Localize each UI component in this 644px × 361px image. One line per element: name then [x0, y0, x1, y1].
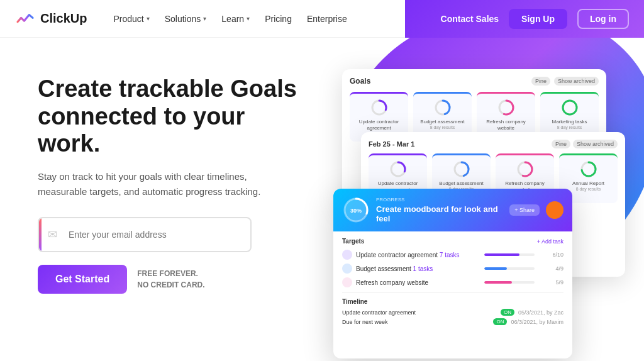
date-header: Feb 25 - Mar 1 Pine Show archived [369, 140, 618, 148]
hero-title: Create trackable Goals connected to your… [38, 75, 302, 158]
logo-icon [15, 9, 35, 29]
timeline-label: Timeline [342, 298, 564, 305]
target-val-3: 5/9 [538, 279, 564, 286]
mid-goal-circle-1 [389, 160, 407, 178]
goal-progress-circle-1 [370, 99, 388, 116]
mid-badges: Pine Show archived [552, 140, 618, 148]
svg-point-7 [563, 101, 577, 114]
mid-goal-label-4: Annual Report [564, 181, 613, 187]
mid-toggle1[interactable]: Pine [552, 140, 570, 148]
chevron-down-icon: ▾ [203, 15, 206, 22]
signup-button[interactable]: Sign Up [509, 9, 567, 29]
show-archived-toggle[interactable]: Show archived [554, 77, 599, 86]
email-icon: ✉ [42, 228, 64, 242]
timeline-item-name-2: Due for next week [342, 319, 489, 325]
target-val-2: 4/9 [538, 265, 564, 272]
nav-item-solutions[interactable]: Solutions ▾ [158, 10, 213, 28]
free-forever-text: FREE FOREVER. NO CREDIT CARD. [137, 268, 204, 291]
goal-label-4: Marketing tasks [545, 119, 594, 125]
target-progress-1 [484, 253, 535, 256]
front-title-area: PROGRESS Create moodboard for look and f… [376, 197, 503, 223]
nav-item-product[interactable]: Product ▾ [107, 10, 155, 28]
pine-toggle[interactable]: Pine [531, 77, 550, 86]
goal-progress-circle-3 [497, 99, 515, 116]
target-name-3: Refresh company website [356, 279, 480, 286]
target-progress-3 [484, 281, 535, 284]
login-button[interactable]: Log in [577, 9, 629, 29]
hero-right: Goals Pine Show archived Update contract… [314, 63, 619, 361]
email-input[interactable] [64, 221, 250, 248]
svg-text:30%: 30% [350, 208, 362, 214]
target-fill-3 [484, 281, 512, 284]
email-form: ✉ [38, 217, 252, 252]
mid-goal-circle-3 [516, 160, 534, 178]
logo-text: ClickUp [40, 11, 87, 26]
goal-sub-4: 8 day results [545, 125, 594, 130]
timeline-row-1: Update contractor agreement ON 05/3/2021… [342, 309, 564, 316]
nav-item-pricing[interactable]: Pricing [258, 10, 298, 28]
hero-left: Create trackable Goals connected to your… [38, 63, 302, 294]
get-started-button[interactable]: Get Started [38, 265, 127, 294]
target-fill-1 [484, 253, 519, 256]
timeline-item-name-1: Update contractor agreement [342, 309, 497, 316]
timeline-badge-1: ON [501, 309, 514, 316]
nav-right-background: Contact Sales Sign Up Log in [405, 0, 644, 38]
cta-area: Get Started FREE FOREVER. NO CREDIT CARD… [38, 265, 302, 294]
chevron-down-icon: ▾ [147, 15, 150, 22]
window-header: Goals Pine Show archived [350, 77, 599, 86]
mid-goal-circle-4 [580, 160, 597, 178]
mid-goal-circle-2 [453, 160, 470, 178]
front-body: Targets + Add task Update contractor agr… [333, 231, 572, 334]
section-divider [342, 292, 564, 293]
window-controls: Pine Show archived [531, 77, 599, 86]
target-row-1: Update contractor agreement 7 tasks 6/10 [342, 250, 564, 260]
contact-sales-link[interactable]: Contact Sales [441, 14, 499, 24]
targets-label: Targets [342, 238, 364, 245]
front-task-title: Create moodboard for look and feel [376, 204, 503, 223]
share-button[interactable]: + Share [509, 204, 540, 216]
mid-toggle2[interactable]: Show archived [573, 140, 618, 148]
timeline-date-2: 06/3/2021, by Maxim [511, 319, 564, 325]
navbar: ClickUp Product ▾ Solutions ▾ Learn ▾ Pr… [0, 0, 644, 38]
target-avatar-2 [342, 264, 352, 274]
chevron-down-icon: ▾ [247, 15, 250, 22]
goal-progress-circle-4 [561, 99, 579, 116]
hero-section: Create trackable Goals connected to your… [0, 38, 644, 361]
nav-item-learn[interactable]: Learn ▾ [215, 10, 256, 28]
target-val-1: 6/10 [538, 252, 564, 258]
goal-progress-circle-2 [434, 99, 452, 116]
nav-item-enterprise[interactable]: Enterprise [301, 10, 353, 28]
targets-section-header: Targets + Add task [342, 238, 564, 245]
hero-subtitle: Stay on track to hit your goals with cle… [38, 169, 277, 199]
mid-goal-sub-4: 8 day results [564, 187, 613, 191]
timeline-badge-2: ON [493, 318, 507, 325]
progress-label: PROGRESS [376, 197, 503, 203]
target-progress-2 [484, 267, 535, 270]
timeline-row-2: Due for next week ON 06/3/2021, by Maxim [342, 318, 564, 325]
date-range: Feb 25 - Mar 1 [369, 140, 414, 148]
window-title: Goals [350, 77, 370, 86]
big-progress-circle: 30% [342, 196, 370, 224]
goal-label-2: Budget assessment [418, 119, 467, 125]
target-avatar-1 [342, 250, 352, 260]
mid-goal-label-2: Budget assessment [437, 181, 486, 187]
target-name-1: Update contractor agreement 7 tasks [356, 252, 480, 258]
target-row-3: Refresh company website 5/9 [342, 277, 564, 287]
target-row-2: Budget assessment 1 tasks 4/9 [342, 264, 564, 274]
target-fill-2 [484, 267, 507, 270]
logo[interactable]: ClickUp [15, 9, 87, 29]
timeline-date-1: 05/3/2021, by Zac [518, 309, 564, 316]
goal-label-3: Refresh company website [482, 119, 530, 132]
avatar [546, 201, 564, 219]
target-avatar-3 [342, 277, 352, 287]
task-detail-window: 30% PROGRESS Create moodboard for look a… [333, 189, 572, 358]
add-task-button[interactable]: + Add task [537, 238, 564, 245]
goal-sub-2: 8 day results [418, 125, 467, 130]
target-name-2: Budget assessment 1 tasks [356, 265, 480, 272]
front-header: 30% PROGRESS Create moodboard for look a… [333, 189, 572, 231]
goal-label-1: Update contractor agreement [355, 119, 403, 132]
